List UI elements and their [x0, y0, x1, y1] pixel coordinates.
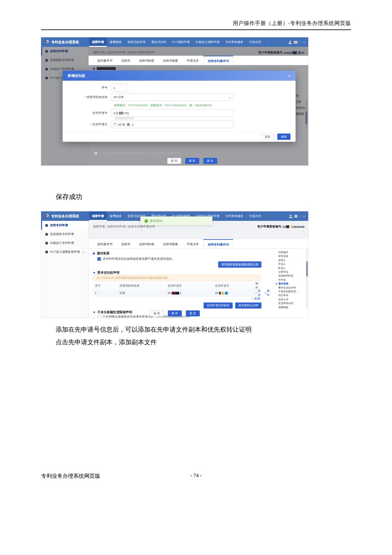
badge-redacted [299, 41, 302, 44]
anchor-link[interactable]: 发明人 [276, 259, 305, 262]
anchor-link[interactable]: 摘要附图 [276, 306, 305, 309]
cell-prior-number: 20 [213, 291, 254, 295]
pencil-icon [255, 292, 257, 294]
add-priority-link[interactable]: + 新增 [252, 297, 260, 301]
sidebar-item[interactable]: 外观设计专利申请 [41, 239, 88, 247]
office-select[interactable]: JP-日本 [111, 93, 234, 101]
document-tab[interactable]: 权利要求书 [93, 56, 117, 65]
checkbox-icon [94, 152, 97, 155]
priority-transfer-cert-button[interactable]: 优先权转让证明 [235, 302, 261, 309]
nav-menu-item[interactable]: ··· [264, 37, 273, 47]
nav-menu-item[interactable]: 国家申请 [89, 37, 107, 47]
office-label: *原受理机构名称 [63, 95, 111, 99]
anchor-link[interactable]: 申请人 [276, 262, 305, 266]
scrollbar-thumb[interactable] [306, 261, 308, 277]
document-tab[interactable]: 说明书附图 [135, 239, 159, 248]
app-logo-icon [44, 214, 49, 219]
sidebar-item[interactable]: 发明专利申请 [41, 221, 88, 230]
seq-input[interactable]: 1 [111, 84, 128, 91]
nav-menu-item[interactable]: 手续办理 [246, 211, 264, 221]
scrollbar-track[interactable] [306, 249, 308, 308]
nav-menu-item[interactable]: 缴费服务 [107, 211, 125, 221]
document-tab[interactable]: 申请文件 [182, 239, 203, 248]
active-arrow-icon [276, 259, 277, 261]
document-tab[interactable]: 说明书 [117, 239, 135, 248]
back-button[interactable]: 返 回 [150, 310, 164, 316]
page-content: 发明专利申请 实用新型专利申请 外观设计专利申请 PCT进入国家阶段申请 国家申… [41, 221, 308, 318]
username-redacted [294, 215, 297, 218]
dialog-back-button[interactable]: 返回 [261, 134, 274, 140]
document-tab[interactable]: 说明书摘要 [159, 239, 183, 248]
cell-seq: 1 [93, 291, 118, 295]
active-arrow-icon [276, 263, 277, 265]
column-header: 在先申请号 [213, 284, 254, 288]
anchor-link[interactable]: 同日申请 [276, 294, 305, 297]
prior-date-label: *在先申请日 [63, 122, 111, 127]
nav-menu-item[interactable]: 外观设计国际申请 [193, 37, 223, 47]
prior-date-input[interactable]: 20 1 [111, 121, 234, 128]
document-tab[interactable]: 发明专利请求书 [203, 239, 233, 248]
sidebar-item[interactable]: 实用新型专利申请 [41, 230, 88, 239]
form-footer-buttons: 返 回 保 存 提 交 [89, 310, 261, 316]
nav-menu-item[interactable]: 通知书办理 [148, 37, 169, 47]
document-tab[interactable]: 发明专利请求书 [203, 56, 233, 65]
anchor-link[interactable]: 发明名称 [276, 254, 305, 258]
format-hint: 发明格式：YYYY-XXXXXX，新型格式：YYYY-XXXXXXU，例：201… [114, 103, 212, 108]
close-icon[interactable]: × [288, 74, 291, 78]
genetic-disclosure-form-button[interactable]: 填写遗传资源来源披露登记表 [218, 261, 261, 268]
anchor-link[interactable]: 遗传资源 [276, 282, 305, 286]
anchor-link[interactable]: 分案申请 [276, 270, 305, 274]
info-circle-icon [45, 224, 48, 227]
nav-menu-item[interactable]: 缴费服务 [107, 37, 125, 47]
genetic-checkbox-row: ✓ 本专利申请涉及的发明创造是依赖于遗传资源完成的。 [97, 257, 175, 261]
redaction-smudge [115, 117, 134, 120]
save-button[interactable]: 保 存 [185, 158, 199, 164]
anchor-link[interactable]: 序列表 [276, 278, 305, 282]
nav-menu-item[interactable]: 手续办理 [246, 37, 264, 47]
document-tabs: 权利要求书说明书说明书附图说明书摘要申请文件发明专利请求书 [89, 239, 308, 249]
nav-menu-item[interactable]: 国家申请 [89, 211, 107, 221]
chevron-down-icon[interactable] [303, 214, 305, 217]
seq-label: 序号 [63, 86, 111, 90]
nav-menu-item[interactable]: PCT国际申请 [169, 37, 193, 47]
cell-actions: 修改 删除 [254, 289, 271, 297]
submit-button[interactable]: 提 交 [186, 310, 200, 316]
user-avatar-icon[interactable] [289, 214, 293, 218]
dialog-save-button[interactable]: 保存 [277, 134, 291, 140]
back-button[interactable]: 返 回 [167, 158, 181, 164]
document-tab[interactable]: 权利要求书 [93, 239, 117, 248]
chevron-down-icon[interactable] [303, 40, 305, 43]
anchor-link[interactable]: 要求优先权声明 [276, 286, 305, 290]
document-tab[interactable]: 说明书 [117, 56, 135, 65]
app-title: 专利业务办理系统 [51, 40, 79, 45]
username-redacted [294, 41, 297, 44]
nav-menu-item[interactable]: ··· [264, 211, 273, 221]
edit-link[interactable]: 修改 [255, 289, 261, 297]
anchor-link[interactable]: 内部编号 [276, 251, 305, 254]
nav-menu-item[interactable]: 专利事务服务 [223, 37, 246, 47]
nav-menu-item[interactable]: 专利事务服务 [223, 211, 246, 221]
anchor-link[interactable]: 联系人 [276, 266, 305, 270]
page-bottom-band: 已在国家出现紧急状态或者非常情况时，为公共利益目的首次公开 返 回 保 存 提 … [89, 157, 308, 165]
active-arrow-icon [276, 283, 277, 285]
prior-application-copy-button[interactable]: 在先申请文件副本 [204, 302, 233, 309]
checkbox-checked-icon[interactable]: ✓ [97, 257, 101, 261]
anchor-link[interactable]: 实质审查请求 [276, 302, 305, 305]
delete-link[interactable]: 删除 [265, 289, 271, 297]
document-tab[interactable]: 说明书附图 [135, 56, 159, 65]
document-tab[interactable]: 申请文件 [182, 56, 203, 65]
anchor-link[interactable]: 不丧失新颖性宽... [276, 290, 305, 294]
save-button[interactable]: 保 存 [168, 310, 182, 316]
sidebar-item[interactable]: PCT进入国家阶段申请 [41, 247, 88, 256]
active-arrow-icon [276, 299, 277, 301]
anchor-link[interactable]: 生物材料样品 [276, 274, 305, 278]
anchor-link[interactable]: 提前公布 [276, 298, 305, 302]
user-avatar-icon[interactable] [288, 40, 292, 44]
section-caret-icon[interactable] [93, 272, 95, 274]
submit-button[interactable]: 提 交 [203, 158, 217, 164]
section-priority-claim: 要求优先权声明 [93, 271, 119, 275]
nav-menu-item[interactable]: 复审无效办理 [125, 37, 148, 47]
active-arrow-icon [276, 295, 277, 297]
prior-number-input[interactable]: 2 731 [111, 109, 234, 117]
document-tab[interactable]: 说明书摘要 [159, 56, 183, 65]
